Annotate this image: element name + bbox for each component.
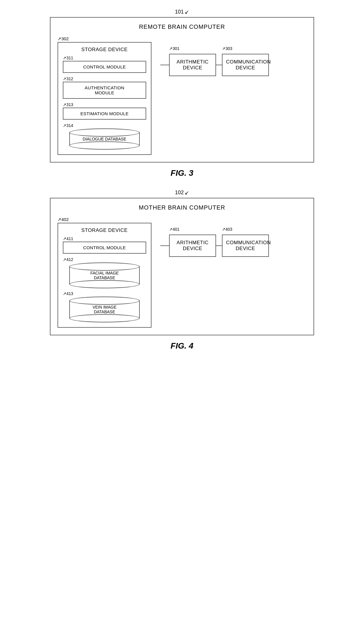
fig3-312-tick: ↗ [63,76,66,81]
fig4-arith-label2: DEVICE [173,246,212,252]
fig4-db-412-label: FACIAL IMAGEDATABASE [90,271,119,280]
fig3-comm-label1: COMMUNICATION [226,59,265,65]
fig3-communication-box: COMMUNICATION DEVICE [222,54,269,76]
fig3-311-ref: 311 [66,56,73,60]
fig3-314-tick: ↗ [63,123,66,128]
fig3-connect-line-1 [160,65,169,65]
fig3-module-313: ESTIMATION MODULE [63,108,146,120]
fig3-arithmetic-box: ARITHMETIC DEVICE [169,54,216,76]
fig3-top-tick: ↙ [185,9,189,15]
fig4-comm-label1: COMMUNICATION [226,240,265,246]
fig4-arithmetic-box: ARITHMETIC DEVICE [169,235,216,257]
fig4-computer-box: MOTHER BRAIN COMPUTER ↗402 STORAGE DEVIC… [50,198,314,335]
fig3-module-311: CONTROL MODULE [63,61,146,73]
fig3-module-312-label: AUTHENTICATIONMODULE [85,85,124,95]
fig4-communication-box: COMMUNICATION DEVICE [222,235,269,257]
fig3-arith-tick: ↗ [169,46,173,51]
fig4-storage-ref: 402 [61,217,69,222]
fig4-411-tick: ↗ [63,236,66,241]
fig4-comm-ref: 403 [225,227,232,232]
fig4-module-411-label: CONTROL MODULE [83,245,126,250]
fig4-comm-tick: ↗ [222,227,225,232]
fig3-311-tick: ↗ [63,56,66,60]
fig3-right-devices: ↗301 ARITHMETIC DEVICE ↗303 [160,54,269,76]
figure-3: 101 ↙ REMOTE BRAIN COMPUTER ↗302 STORAGE… [6,9,358,178]
fig3-top-ref: 101 [175,9,184,15]
fig3-computer-title: REMOTE BRAIN COMPUTER [58,24,306,30]
fig4-412-ref: 412 [66,257,73,262]
fig3-computer-box: REMOTE BRAIN COMPUTER ↗302 STORAGE DEVIC… [50,17,314,163]
fig3-comm-ref: 303 [225,46,232,51]
fig4-db-413-label: VEIN IMAGEDATABASE [92,305,117,314]
fig3-313-tick: ↗ [63,102,66,107]
fig3-313-ref: 313 [66,102,73,107]
fig4-right-devices: ↗401 ARITHMETIC DEVICE ↗403 [160,235,269,257]
page: 101 ↙ REMOTE BRAIN COMPUTER ↗302 STORAGE… [6,6,358,351]
fig3-comm-label2: DEVICE [226,65,265,71]
fig3-computer-row: ↗302 STORAGE DEVICE ↗311 CONTROL MODULE [58,36,306,155]
fig3-comm-tick: ↗ [222,46,225,51]
fig4-storage-tick: ↗ [58,217,61,222]
fig4-db-412: FACIAL IMAGEDATABASE [69,262,140,288]
fig4-computer-row: ↗402 STORAGE DEVICE ↗411 CONTROL MODULE [58,217,306,328]
fig4-412-tick: ↗ [63,257,66,262]
fig4-413-tick: ↗ [63,291,66,296]
fig3-module-311-label: CONTROL MODULE [83,64,126,69]
fig4-comm-label2: DEVICE [226,246,265,252]
fig4-413-ref: 413 [66,291,73,296]
fig3-storage-label: STORAGE DEVICE [63,47,146,53]
fig3-storage-box: STORAGE DEVICE ↗311 CONTROL MODULE [58,42,151,155]
fig3-arith-ref: 301 [173,46,179,51]
fig4-connect-line-1 [160,245,169,246]
fig4-module-411: CONTROL MODULE [63,242,146,254]
fig4-arith-tick: ↗ [169,227,173,232]
fig4-connect-line-2 [216,245,222,246]
fig3-module-312: AUTHENTICATIONMODULE [63,82,146,99]
fig3-db-314: DIALOGUE DATABASE [69,128,140,150]
fig4-top-tick: ↙ [185,190,189,196]
fig3-arith-label2: DEVICE [173,65,212,71]
fig3-storage-tick: ↗ [58,36,61,41]
fig4-arith-ref: 401 [173,227,179,232]
fig3-db-314-label: DIALOGUE DATABASE [83,137,127,141]
fig4-storage-box: STORAGE DEVICE ↗411 CONTROL MODULE [58,223,151,328]
fig4-db-413: VEIN IMAGEDATABASE [69,297,140,322]
fig3-module-313-label: ESTIMATION MODULE [80,111,129,116]
fig3-arith-label1: ARITHMETIC [173,59,212,65]
fig4-arith-label1: ARITHMETIC [173,240,212,246]
fig4-caption: FIG. 4 [171,341,193,351]
fig3-314-ref: 314 [66,123,73,128]
fig3-connect-line-2 [216,65,222,65]
fig3-312-ref: 312 [66,76,73,81]
fig4-computer-title: MOTHER BRAIN COMPUTER [58,204,306,211]
fig3-storage-ref: 302 [61,36,69,41]
fig4-storage-label: STORAGE DEVICE [63,227,146,233]
fig4-top-ref: 102 [175,190,184,196]
fig4-411-ref: 411 [66,236,73,241]
fig3-caption: FIG. 3 [171,168,193,178]
figure-4: 102 ↙ MOTHER BRAIN COMPUTER ↗402 STORAGE… [6,190,358,351]
